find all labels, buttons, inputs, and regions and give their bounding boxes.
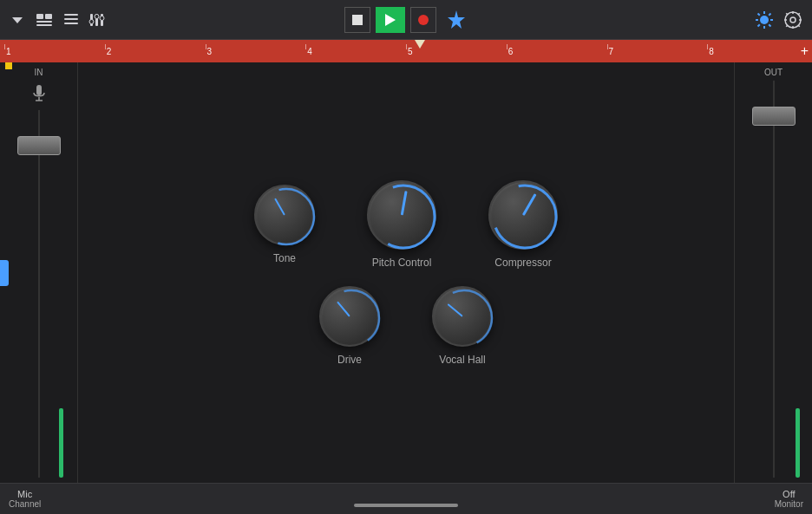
pitch-control-knob-container: Pitch Control	[367, 180, 436, 269]
tone-knob[interactable]	[254, 185, 315, 245]
ruler-mark-6: 6	[507, 47, 607, 56]
in-label: IN	[35, 68, 43, 77]
svg-rect-2	[45, 14, 52, 19]
channel-value: Mic	[17, 489, 32, 499]
knobs-row-bottom: Drive Vocal Hall	[319, 286, 493, 366]
ruler-mark-3: 3	[206, 47, 306, 56]
svg-point-19	[760, 16, 769, 24]
ruler-marks: 1 2 3 4 5 6 7 8	[4, 47, 808, 56]
svg-rect-4	[36, 24, 52, 26]
play-button[interactable]	[376, 7, 405, 33]
active-indicator	[5, 62, 12, 69]
channel-strip-right: OUT	[734, 62, 812, 483]
toolbar-right	[475, 10, 803, 30]
list-icon[interactable]	[62, 12, 80, 28]
smart-icon[interactable]	[445, 9, 468, 31]
left-fader-knob[interactable]	[17, 136, 61, 155]
svg-line-26	[769, 13, 770, 15]
add-track-button[interactable]: +	[801, 43, 809, 59]
mixer-icon[interactable]	[88, 12, 106, 28]
ruler-mark-2: 2	[105, 47, 206, 56]
svg-line-27	[758, 24, 760, 26]
tone-label: Tone	[273, 252, 296, 264]
pitch-control-knob[interactable]	[367, 180, 436, 250]
svg-line-25	[769, 24, 770, 26]
svg-marker-0	[12, 17, 23, 23]
toolbar-left	[9, 11, 337, 29]
svg-point-28	[790, 17, 796, 23]
svg-rect-3	[36, 21, 52, 23]
channel-info: Mic Channel	[9, 489, 41, 509]
home-indicator	[354, 504, 458, 507]
svg-line-24	[758, 13, 760, 15]
right-fader-knob[interactable]	[752, 107, 796, 126]
svg-rect-6	[64, 18, 78, 20]
center-knobs-area: Tone Pitch Control	[78, 62, 734, 483]
drive-label: Drive	[337, 354, 362, 366]
settings-icon[interactable]	[783, 10, 803, 30]
svg-rect-1	[36, 14, 43, 19]
tone-knob-container: Tone	[254, 185, 315, 264]
svg-point-16	[100, 16, 104, 20]
pitch-control-label: Pitch Control	[372, 257, 432, 269]
svg-point-33	[259, 189, 314, 244]
tracks-icon[interactable]	[35, 12, 54, 28]
record-button[interactable]	[410, 7, 436, 33]
knobs-row-top: Tone Pitch Control	[254, 180, 558, 269]
svg-rect-5	[64, 14, 78, 16]
ruler-mark-7: 7	[607, 47, 708, 56]
monitor-value: Off	[783, 489, 795, 499]
svg-point-29	[785, 12, 801, 28]
left-fader-area	[3, 110, 74, 478]
out-label: OUT	[764, 68, 783, 77]
compressor-knob-container: Compressor	[488, 180, 558, 269]
svg-point-36	[324, 290, 379, 346]
dropdown-button[interactable]	[9, 11, 26, 29]
svg-rect-30	[36, 85, 42, 95]
svg-marker-17	[385, 14, 396, 26]
stop-button[interactable]	[344, 7, 370, 33]
ruler-mark-4: 4	[305, 47, 406, 56]
channel-strip-left: IN	[0, 62, 78, 483]
vocal-hall-knob-container: Vocal Hall	[432, 286, 493, 366]
drive-knob-container: Drive	[319, 286, 380, 366]
drive-knob[interactable]	[319, 286, 380, 347]
monitor-label: Monitor	[775, 499, 803, 509]
brightness-icon[interactable]	[755, 10, 774, 29]
monitor-info: Off Monitor	[775, 489, 803, 509]
channel-label: Channel	[9, 499, 41, 509]
svg-point-37	[436, 290, 492, 346]
ruler-mark-1: 1	[4, 47, 105, 56]
transport-controls	[344, 7, 468, 33]
playhead[interactable]	[415, 40, 425, 49]
right-fader-area	[738, 81, 809, 478]
svg-rect-7	[64, 23, 78, 24]
phone-frame: 1 2 3 4 5 6 7 8 + IN	[0, 0, 812, 514]
ruler-mark-8: 8	[707, 47, 808, 56]
vocal-hall-label: Vocal Hall	[439, 354, 485, 366]
bottom-bar: Mic Channel Off Monitor	[0, 483, 812, 514]
svg-point-35	[494, 185, 556, 248]
compressor-knob[interactable]	[488, 180, 558, 250]
svg-point-14	[89, 19, 94, 23]
main-content: IN	[0, 62, 812, 483]
top-toolbar	[0, 0, 812, 40]
svg-marker-18	[448, 10, 465, 29]
svg-point-15	[95, 14, 99, 18]
vocal-hall-knob[interactable]	[432, 286, 493, 347]
timeline-ruler[interactable]: 1 2 3 4 5 6 7 8 +	[0, 40, 812, 62]
compressor-label: Compressor	[494, 257, 551, 269]
